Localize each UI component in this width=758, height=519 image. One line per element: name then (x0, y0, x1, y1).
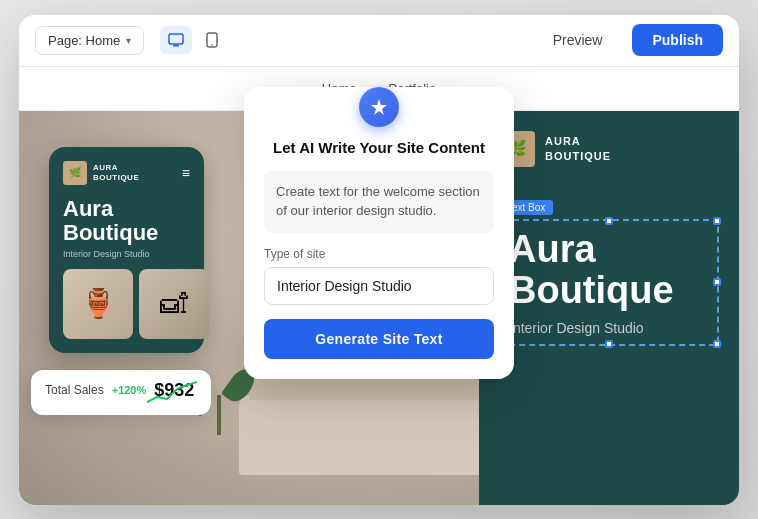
mobile-title-line1: Aura (63, 196, 113, 221)
handle-mr[interactable] (713, 278, 721, 286)
logo-line1: AURA (545, 134, 611, 148)
ai-dialog-title: Let AI Write Your Site Content (264, 139, 494, 156)
field-label: Type of site (264, 247, 494, 261)
thumb-row: 🏺 🛋 (63, 269, 218, 339)
handle-bm[interactable] (605, 340, 613, 348)
mobile-logo-line2: BOUTIQUE (93, 173, 139, 183)
mobile-card-header: 🌿 AURA BOUTIQUE ≡ (63, 161, 190, 185)
publish-button[interactable]: Publish (632, 24, 723, 56)
logo-line2: BOUTIQUE (545, 149, 611, 163)
ai-icon-circle (359, 87, 399, 127)
handle-tr[interactable] (713, 217, 721, 225)
ai-dialog: Let AI Write Your Site Content Create te… (244, 87, 514, 379)
ai-description: Create text for the welcome section of o… (264, 170, 494, 233)
site-subtitle: Interior Design Studio (509, 320, 709, 336)
canvas-area: Home Portfolio (19, 67, 739, 505)
svg-point-3 (211, 44, 213, 46)
toolbar: Page: Home ▾ Preview Publish (19, 15, 739, 67)
text-box-border: Aura Boutique Interior Design Studio (499, 219, 719, 347)
svg-rect-1 (173, 45, 179, 47)
sales-label: Total Sales (45, 383, 104, 397)
editor-container: Page: Home ▾ Preview Publish (19, 15, 739, 505)
sparkline-chart (147, 377, 197, 407)
device-icons (160, 26, 228, 54)
mobile-logo-icon: 🌿 (63, 161, 87, 185)
sales-change: +120% (112, 384, 147, 396)
site-type-input[interactable] (264, 267, 494, 305)
desktop-device-button[interactable] (160, 26, 192, 54)
preview-button[interactable]: Preview (535, 24, 621, 56)
handle-tm[interactable] (605, 217, 613, 225)
generate-button[interactable]: Generate Site Text (264, 319, 494, 359)
right-panel: 🌿 AURA BOUTIQUE Text Box (479, 111, 739, 505)
text-box-container[interactable]: Text Box Aura Bouti (499, 197, 719, 347)
mobile-title: Aura Boutique (63, 197, 190, 245)
thumbnail-1: 🏺 (63, 269, 133, 339)
hamburger-icon[interactable]: ≡ (182, 165, 190, 181)
mobile-card: 🌿 AURA BOUTIQUE ≡ Aura Boutique Interior… (49, 147, 204, 353)
logo-text: AURA BOUTIQUE (545, 134, 611, 163)
svg-rect-0 (169, 34, 183, 44)
ai-dialog-body: Create text for the welcome section of o… (264, 170, 494, 359)
mobile-title-line2: Boutique (63, 220, 158, 245)
mobile-logo-line1: AURA (93, 163, 139, 173)
title-line1: Aura (509, 228, 596, 270)
sofa-decor (239, 395, 519, 475)
mobile-subtitle: Interior Design Studio (63, 249, 190, 259)
thumbnail-2: 🛋 (139, 269, 209, 339)
ai-icon-area (264, 107, 494, 131)
mobile-device-button[interactable] (196, 26, 228, 54)
plant-stem-small (217, 395, 221, 435)
title-line2: Boutique (509, 269, 674, 311)
chevron-down-icon: ▾ (126, 35, 131, 46)
sales-card: Total Sales +120% $932 (31, 370, 211, 415)
page-label: Page: Home (48, 33, 120, 48)
handle-br[interactable] (713, 340, 721, 348)
mobile-logo: 🌿 AURA BOUTIQUE (63, 161, 139, 185)
page-selector[interactable]: Page: Home ▾ (35, 26, 144, 55)
site-title: Aura Boutique (509, 229, 709, 313)
right-panel-header: 🌿 AURA BOUTIQUE (499, 131, 719, 167)
mobile-logo-text: AURA BOUTIQUE (93, 163, 139, 182)
